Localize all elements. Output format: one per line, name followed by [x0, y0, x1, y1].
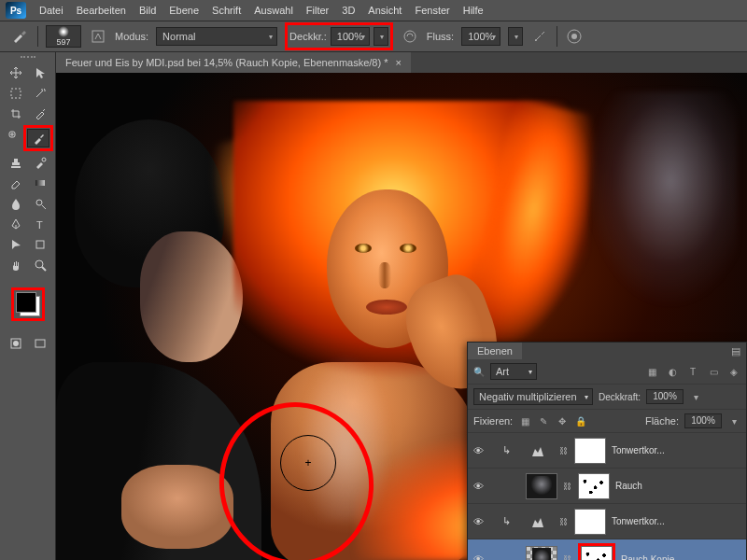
layer-thumb[interactable]: [526, 546, 557, 560]
selection-arrow-tool[interactable]: [29, 63, 51, 82]
pressure-opacity-icon[interactable]: [401, 27, 419, 46]
eyedropper-tool[interactable]: [29, 105, 51, 123]
menu-view[interactable]: Ansicht: [368, 5, 402, 16]
lock-pixels-icon[interactable]: ✎: [537, 414, 550, 427]
pressure-size-icon[interactable]: [565, 27, 584, 46]
gradient-tool[interactable]: [29, 174, 51, 192]
history-brush-tool[interactable]: [29, 153, 51, 172]
opacity-label: Deckkr.:: [289, 31, 327, 42]
tool-preset-icon[interactable]: [9, 26, 30, 47]
lock-transparent-icon[interactable]: ▦: [518, 414, 531, 427]
menu-help[interactable]: Hilfe: [463, 5, 484, 16]
path-select-tool[interactable]: [5, 235, 27, 254]
layer-mask-thumb[interactable]: [581, 546, 613, 560]
color-swatch-highlight: [11, 287, 45, 321]
crop-tool[interactable]: [5, 105, 27, 123]
layer-mask-thumb[interactable]: [578, 473, 610, 499]
marquee-tool[interactable]: [5, 84, 27, 103]
airbrush-icon[interactable]: [530, 27, 549, 46]
toolbox-grip-icon[interactable]: [21, 56, 35, 62]
menu-type[interactable]: Schrift: [212, 5, 241, 16]
visibility-icon[interactable]: 👁: [473, 481, 486, 492]
svg-point-9: [36, 200, 42, 205]
layer-row-0[interactable]: 👁 ↳ ⛓ Tonwertkor...: [468, 433, 746, 469]
brush-panel-toggle-icon[interactable]: [89, 27, 107, 46]
layer-blend-mode-dropdown[interactable]: Negativ multiplizieren: [473, 388, 593, 405]
lock-position-icon[interactable]: ✥: [556, 414, 569, 427]
foreground-color[interactable]: [16, 292, 36, 313]
zoom-tool[interactable]: [29, 256, 51, 274]
filter-smart-icon[interactable]: ◈: [727, 365, 740, 378]
document-title: Feuer und Eis by MDI.psd bei 14,5% (Rauc…: [65, 57, 388, 68]
svg-rect-0: [92, 31, 104, 42]
brush-cursor-icon: [280, 435, 336, 491]
menu-filter[interactable]: Filter: [306, 5, 329, 16]
layer-name[interactable]: Tonwertkor...: [612, 516, 665, 526]
menu-3d[interactable]: 3D: [342, 5, 355, 16]
menu-image[interactable]: Bild: [139, 5, 156, 16]
blend-mode-dropdown[interactable]: Normal: [156, 27, 277, 46]
flow-dropdown-icon[interactable]: [508, 27, 523, 46]
menu-layer[interactable]: Ebene: [169, 5, 199, 16]
menu-file[interactable]: Datei: [39, 5, 63, 16]
magic-wand-tool[interactable]: [29, 84, 51, 103]
visibility-icon[interactable]: 👁: [473, 445, 486, 456]
link-icon: ⛓: [563, 482, 572, 491]
layer-row-2[interactable]: 👁 ↳ ⛓ Tonwertkor...: [468, 504, 746, 539]
svg-point-2: [535, 39, 537, 41]
flow-input[interactable]: 100%: [461, 27, 500, 46]
filter-pixel-icon[interactable]: ▦: [645, 365, 658, 378]
document-tab-bar: Feuer und Eis by MDI.psd bei 14,5% (Rauc…: [56, 52, 747, 73]
svg-rect-15: [35, 340, 45, 347]
lock-all-icon[interactable]: 🔒: [574, 414, 587, 427]
stamp-tool[interactable]: [5, 153, 27, 172]
visibility-icon[interactable]: 👁: [473, 553, 486, 560]
layer-name[interactable]: Rauch: [615, 481, 642, 491]
layer-mask-thumb[interactable]: [574, 438, 606, 464]
opacity-input[interactable]: 100%: [331, 27, 370, 46]
hand-tool[interactable]: [5, 256, 27, 274]
layer-filter-dropdown[interactable]: Art: [490, 363, 537, 380]
screenmode-icon[interactable]: [29, 334, 51, 353]
opacity-arrow-icon[interactable]: ▾: [689, 390, 702, 403]
document-tab[interactable]: Feuer und Eis by MDI.psd bei 14,5% (Rauc…: [56, 52, 411, 73]
filter-shape-icon[interactable]: ▭: [707, 365, 720, 378]
brush-preset-picker[interactable]: 597: [46, 25, 81, 48]
dodge-tool[interactable]: [29, 194, 51, 213]
healing-tool[interactable]: [2, 125, 21, 144]
brush-tool[interactable]: [27, 129, 49, 147]
type-tool[interactable]: T: [29, 215, 51, 233]
menu-select[interactable]: Auswahl: [254, 5, 293, 16]
shape-tool[interactable]: [29, 235, 51, 254]
layer-opacity-input[interactable]: 100%: [646, 389, 684, 404]
layers-panel-tab[interactable]: Ebenen: [468, 343, 522, 359]
layer-mask-thumb[interactable]: [574, 509, 606, 535]
canvas-area[interactable]: Feuer und Eis by MDI.psd bei 14,5% (Rauc…: [56, 52, 747, 560]
menu-edit[interactable]: Bearbeiten: [77, 5, 126, 16]
layer-thumb[interactable]: [526, 473, 557, 499]
menu-window[interactable]: Fenster: [415, 5, 449, 16]
fill-label: Fläche:: [645, 415, 679, 427]
layer-name[interactable]: Rauch Kopie: [621, 554, 674, 561]
layer-name[interactable]: Tonwertkor...: [612, 445, 665, 455]
opacity-dropdown-icon[interactable]: [374, 27, 388, 46]
fill-input[interactable]: 100%: [684, 413, 722, 428]
filter-adjust-icon[interactable]: ◐: [666, 365, 679, 378]
panel-menu-icon[interactable]: ▤: [726, 345, 746, 357]
blur-tool[interactable]: [5, 194, 27, 213]
mode-label: Modus:: [115, 31, 148, 42]
close-tab-icon[interactable]: ×: [395, 57, 401, 68]
svg-rect-5: [11, 89, 21, 98]
eraser-tool[interactable]: [5, 174, 27, 192]
move-tool[interactable]: [5, 63, 27, 82]
mask-thumb-highlight: [578, 543, 615, 560]
layer-row-1[interactable]: 👁 ⛓ Rauch: [468, 469, 746, 504]
filter-type-icon[interactable]: T: [686, 365, 699, 378]
link-icon: ⛓: [563, 554, 572, 560]
fill-arrow-icon[interactable]: ▾: [727, 414, 740, 427]
quickmask-icon[interactable]: [5, 334, 27, 353]
pen-tool[interactable]: [5, 215, 27, 233]
layer-row-3[interactable]: 👁 ⛓ Rauch Kopie: [468, 539, 746, 560]
svg-point-7: [42, 158, 46, 161]
visibility-icon[interactable]: 👁: [473, 516, 486, 527]
